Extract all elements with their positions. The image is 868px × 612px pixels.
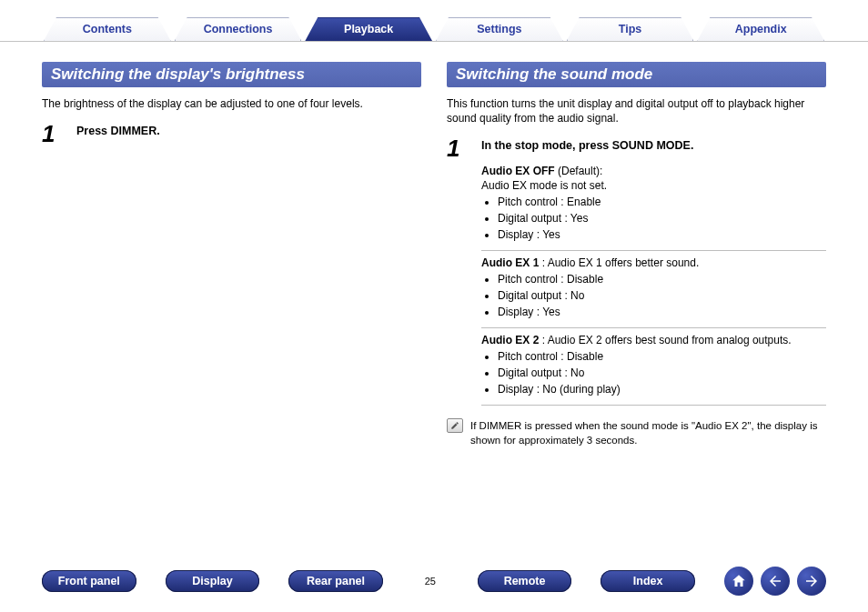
bottom-bar: Front panel Display Rear panel 25 Remote… <box>0 567 868 596</box>
mode-name: Audio EX OFF <box>481 165 555 177</box>
mode-props: Pitch control : Disable Digital output :… <box>485 273 826 318</box>
step-number: 1 <box>42 122 62 145</box>
pencil-icon <box>447 418 463 433</box>
arrow-right-icon <box>803 573 820 589</box>
step-instruction: In the stop mode, press SOUND MODE. <box>481 136 826 152</box>
tab-playback[interactable]: Playback <box>305 17 432 41</box>
note-block: If DIMMER is pressed when the sound mode… <box>447 418 826 447</box>
intro-text: The brightness of the display can be adj… <box>42 96 421 111</box>
tab-label: Connections <box>204 23 273 35</box>
tab-connections[interactable]: Connections <box>175 17 302 41</box>
mode-props: Pitch control : Enable Digital output : … <box>485 196 826 241</box>
step-number: 1 <box>447 136 467 406</box>
mode-name: Audio EX 2 <box>481 334 539 346</box>
top-tabs: Contents Connections Playback Settings T… <box>0 0 868 42</box>
prev-page-button[interactable] <box>761 567 790 596</box>
tab-tips[interactable]: Tips <box>567 17 694 41</box>
section-title-brightness: Switching the display's brightness <box>42 62 421 87</box>
nav-icons <box>724 567 826 596</box>
prop: Digital output : Yes <box>498 212 826 225</box>
prop: Digital output : No <box>498 366 826 379</box>
nav-remote[interactable]: Remote <box>478 570 572 592</box>
next-page-button[interactable] <box>797 567 826 596</box>
prop: Display : Yes <box>498 228 826 241</box>
step-instruction: Press DIMMER. <box>76 122 421 137</box>
nav-index[interactable]: Index <box>601 570 695 592</box>
step-1-right: 1 In the stop mode, press SOUND MODE. Au… <box>447 136 826 406</box>
nav-front-panel[interactable]: Front panel <box>42 570 136 592</box>
page-body: Switching the display's brightness The b… <box>0 42 868 448</box>
mode-audio-ex-1: Audio EX 1 : Audio EX 1 offers better so… <box>481 251 826 328</box>
prop: Display : Yes <box>498 306 826 318</box>
mode-sub: Audio EX mode is not set. <box>481 179 826 192</box>
section-title-soundmode: Switching the sound mode <box>447 62 826 87</box>
tab-label: Playback <box>344 23 393 35</box>
mode-audio-ex-2: Audio EX 2 : Audio EX 2 offers best soun… <box>481 328 826 406</box>
prop: Digital output : No <box>498 289 826 302</box>
nav-display[interactable]: Display <box>166 570 260 592</box>
intro-text: This function turns the unit display and… <box>447 96 826 125</box>
right-column: Switching the sound mode This function t… <box>447 62 826 448</box>
note-text: If DIMMER is pressed when the sound mode… <box>470 418 826 447</box>
mode-suffix: (Default): <box>555 165 603 177</box>
nav-rear-panel[interactable]: Rear panel <box>288 570 383 592</box>
prop: Pitch control : Disable <box>498 273 826 286</box>
prop: Pitch control : Disable <box>498 350 826 363</box>
mode-audio-ex-off: Audio EX OFF (Default): Audio EX mode is… <box>481 159 826 251</box>
mode-name: Audio EX 1 <box>481 256 539 269</box>
mode-suffix: : Audio EX 2 offers best sound from anal… <box>539 334 791 346</box>
tab-label: Appendix <box>735 23 787 35</box>
tab-appendix[interactable]: Appendix <box>697 17 824 41</box>
mode-suffix: : Audio EX 1 offers better sound. <box>539 256 699 269</box>
left-column: Switching the display's brightness The b… <box>42 62 421 448</box>
mode-props: Pitch control : Disable Digital output :… <box>485 350 826 396</box>
step-1-left: 1 Press DIMMER. <box>42 122 421 145</box>
page-number: 25 <box>412 576 449 587</box>
prop: Display : No (during play) <box>498 383 826 396</box>
tab-label: Settings <box>477 23 521 35</box>
home-button[interactable] <box>724 567 753 596</box>
home-icon <box>731 573 747 589</box>
tab-settings[interactable]: Settings <box>436 17 563 41</box>
prop: Pitch control : Enable <box>498 196 826 208</box>
arrow-left-icon <box>767 573 783 589</box>
tab-contents[interactable]: Contents <box>44 17 171 41</box>
tab-label: Tips <box>619 23 641 35</box>
tab-label: Contents <box>83 23 132 35</box>
